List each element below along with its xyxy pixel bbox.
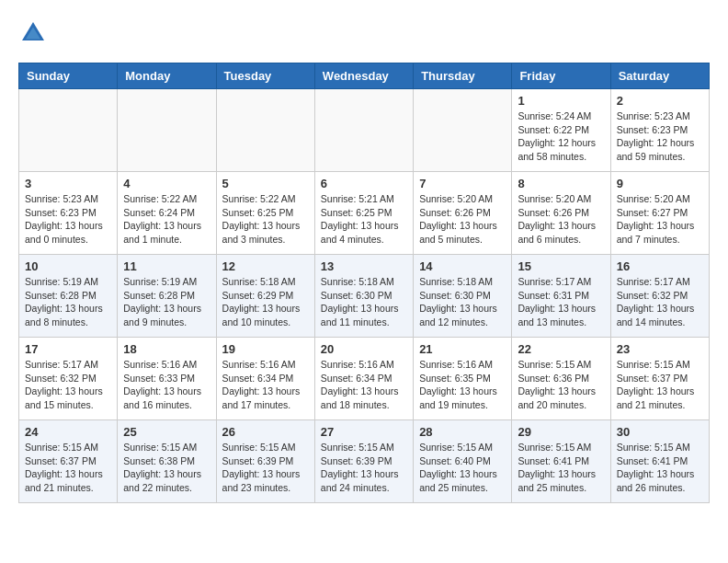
day-number: 9	[617, 177, 703, 190]
calendar-day	[414, 89, 512, 172]
calendar-day: 16Sunrise: 5:17 AMSunset: 6:32 PMDayligh…	[610, 255, 709, 338]
day-number: 17	[25, 342, 111, 356]
calendar-day	[314, 89, 413, 172]
day-info: Sunrise: 5:18 AMSunset: 6:29 PMDaylight:…	[222, 275, 309, 329]
day-number: 21	[419, 342, 506, 356]
calendar-day: 3Sunrise: 5:23 AMSunset: 6:23 PMDaylight…	[19, 172, 118, 255]
calendar-week-3: 17Sunrise: 5:17 AMSunset: 6:32 PMDayligh…	[19, 338, 710, 420]
calendar-week-0: 1Sunrise: 5:24 AMSunset: 6:22 PMDaylight…	[19, 89, 710, 172]
day-number: 28	[419, 425, 506, 439]
calendar-day	[118, 89, 216, 172]
day-info: Sunrise: 5:18 AMSunset: 6:30 PMDaylight:…	[321, 275, 407, 329]
calendar-day: 11Sunrise: 5:19 AMSunset: 6:28 PMDayligh…	[118, 255, 216, 338]
day-info: Sunrise: 5:24 AMSunset: 6:22 PMDaylight:…	[518, 109, 604, 164]
calendar-week-4: 24Sunrise: 5:15 AMSunset: 6:37 PMDayligh…	[19, 420, 710, 503]
day-info: Sunrise: 5:16 AMSunset: 6:35 PMDaylight:…	[419, 358, 506, 412]
calendar-day: 1Sunrise: 5:24 AMSunset: 6:22 PMDaylight…	[512, 89, 610, 172]
day-info: Sunrise: 5:20 AMSunset: 6:27 PMDaylight:…	[617, 192, 703, 247]
calendar-day: 8Sunrise: 5:20 AMSunset: 6:26 PMDaylight…	[512, 172, 610, 255]
day-info: Sunrise: 5:15 AMSunset: 6:37 PMDaylight:…	[25, 441, 111, 495]
day-number: 24	[25, 425, 111, 439]
calendar-day: 4Sunrise: 5:22 AMSunset: 6:24 PMDaylight…	[118, 172, 216, 255]
logo	[18, 18, 51, 48]
day-number: 26	[222, 425, 309, 439]
day-info: Sunrise: 5:20 AMSunset: 6:26 PMDaylight:…	[518, 192, 604, 247]
calendar-day: 2Sunrise: 5:23 AMSunset: 6:23 PMDaylight…	[610, 89, 709, 172]
day-info: Sunrise: 5:15 AMSunset: 6:39 PMDaylight:…	[321, 441, 407, 495]
day-info: Sunrise: 5:19 AMSunset: 6:28 PMDaylight:…	[25, 275, 111, 329]
calendar-day: 28Sunrise: 5:15 AMSunset: 6:40 PMDayligh…	[414, 420, 512, 503]
calendar-day: 21Sunrise: 5:16 AMSunset: 6:35 PMDayligh…	[414, 338, 512, 420]
calendar-day: 17Sunrise: 5:17 AMSunset: 6:32 PMDayligh…	[19, 338, 118, 420]
day-info: Sunrise: 5:15 AMSunset: 6:41 PMDaylight:…	[518, 441, 604, 495]
day-info: Sunrise: 5:16 AMSunset: 6:34 PMDaylight:…	[222, 358, 309, 412]
calendar-day	[216, 89, 314, 172]
day-number: 30	[617, 425, 703, 439]
day-number: 7	[419, 177, 506, 190]
day-info: Sunrise: 5:23 AMSunset: 6:23 PMDaylight:…	[25, 192, 111, 247]
calendar-body: 1Sunrise: 5:24 AMSunset: 6:22 PMDaylight…	[19, 89, 710, 503]
day-number: 27	[321, 425, 407, 439]
day-info: Sunrise: 5:22 AMSunset: 6:25 PMDaylight:…	[222, 192, 309, 247]
header-friday: Friday	[512, 63, 610, 89]
header-thursday: Thursday	[414, 63, 512, 89]
calendar-day: 18Sunrise: 5:16 AMSunset: 6:33 PMDayligh…	[118, 338, 216, 420]
day-number: 18	[123, 342, 210, 356]
day-info: Sunrise: 5:15 AMSunset: 6:39 PMDaylight:…	[222, 441, 309, 495]
calendar-day: 29Sunrise: 5:15 AMSunset: 6:41 PMDayligh…	[512, 420, 610, 503]
day-info: Sunrise: 5:21 AMSunset: 6:25 PMDaylight:…	[321, 192, 407, 247]
header-monday: Monday	[118, 63, 216, 89]
day-number: 14	[419, 259, 506, 273]
day-info: Sunrise: 5:20 AMSunset: 6:26 PMDaylight:…	[419, 192, 506, 247]
day-number: 29	[518, 425, 604, 439]
calendar-day: 13Sunrise: 5:18 AMSunset: 6:30 PMDayligh…	[314, 255, 413, 338]
logo-icon	[18, 18, 48, 48]
header-wednesday: Wednesday	[314, 63, 413, 89]
calendar-day: 5Sunrise: 5:22 AMSunset: 6:25 PMDaylight…	[216, 172, 314, 255]
calendar-day: 10Sunrise: 5:19 AMSunset: 6:28 PMDayligh…	[19, 255, 118, 338]
day-number: 4	[123, 177, 210, 190]
day-info: Sunrise: 5:15 AMSunset: 6:40 PMDaylight:…	[419, 441, 506, 495]
day-info: Sunrise: 5:15 AMSunset: 6:37 PMDaylight:…	[617, 358, 703, 412]
calendar-day: 20Sunrise: 5:16 AMSunset: 6:34 PMDayligh…	[314, 338, 413, 420]
calendar-day: 9Sunrise: 5:20 AMSunset: 6:27 PMDaylight…	[610, 172, 709, 255]
day-number: 12	[222, 259, 309, 273]
calendar-week-1: 3Sunrise: 5:23 AMSunset: 6:23 PMDaylight…	[19, 172, 710, 255]
day-info: Sunrise: 5:22 AMSunset: 6:24 PMDaylight:…	[123, 192, 210, 247]
day-info: Sunrise: 5:18 AMSunset: 6:30 PMDaylight:…	[419, 275, 506, 329]
day-number: 20	[321, 342, 407, 356]
day-info: Sunrise: 5:15 AMSunset: 6:36 PMDaylight:…	[518, 358, 604, 412]
calendar-header-row: SundayMondayTuesdayWednesdayThursdayFrid…	[19, 63, 710, 89]
day-number: 2	[617, 94, 703, 108]
calendar-day: 23Sunrise: 5:15 AMSunset: 6:37 PMDayligh…	[610, 338, 709, 420]
header-saturday: Saturday	[610, 63, 709, 89]
page-header	[18, 18, 710, 48]
day-number: 11	[123, 259, 210, 273]
day-number: 1	[518, 94, 604, 108]
day-number: 8	[518, 177, 604, 190]
day-info: Sunrise: 5:23 AMSunset: 6:23 PMDaylight:…	[617, 109, 703, 164]
day-number: 5	[222, 177, 309, 190]
calendar-day: 19Sunrise: 5:16 AMSunset: 6:34 PMDayligh…	[216, 338, 314, 420]
day-info: Sunrise: 5:17 AMSunset: 6:32 PMDaylight:…	[617, 275, 703, 329]
header-tuesday: Tuesday	[216, 63, 314, 89]
calendar-day: 7Sunrise: 5:20 AMSunset: 6:26 PMDaylight…	[414, 172, 512, 255]
day-info: Sunrise: 5:17 AMSunset: 6:32 PMDaylight:…	[25, 358, 111, 412]
day-number: 19	[222, 342, 309, 356]
day-number: 13	[321, 259, 407, 273]
calendar-day: 22Sunrise: 5:15 AMSunset: 6:36 PMDayligh…	[512, 338, 610, 420]
calendar-table: SundayMondayTuesdayWednesdayThursdayFrid…	[18, 63, 710, 503]
day-info: Sunrise: 5:16 AMSunset: 6:34 PMDaylight:…	[321, 358, 407, 412]
day-number: 16	[617, 259, 703, 273]
day-info: Sunrise: 5:16 AMSunset: 6:33 PMDaylight:…	[123, 358, 210, 412]
day-number: 25	[123, 425, 210, 439]
header-sunday: Sunday	[19, 63, 118, 89]
day-number: 6	[321, 177, 407, 190]
day-number: 23	[617, 342, 703, 356]
day-info: Sunrise: 5:17 AMSunset: 6:31 PMDaylight:…	[518, 275, 604, 329]
calendar-day: 12Sunrise: 5:18 AMSunset: 6:29 PMDayligh…	[216, 255, 314, 338]
calendar-week-2: 10Sunrise: 5:19 AMSunset: 6:28 PMDayligh…	[19, 255, 710, 338]
day-number: 10	[25, 259, 111, 273]
calendar-day: 6Sunrise: 5:21 AMSunset: 6:25 PMDaylight…	[314, 172, 413, 255]
day-info: Sunrise: 5:15 AMSunset: 6:38 PMDaylight:…	[123, 441, 210, 495]
